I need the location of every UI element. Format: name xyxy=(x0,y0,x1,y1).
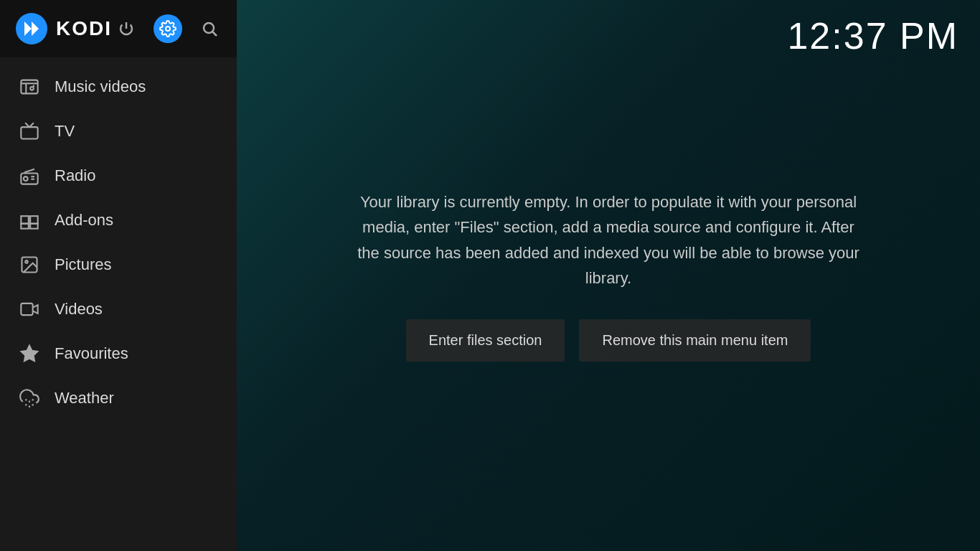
sidebar-label-add-ons: Add-ons xyxy=(55,211,113,230)
sidebar-label-pictures: Pictures xyxy=(55,255,111,274)
sidebar-label-music-videos: Music videos xyxy=(55,77,146,96)
enter-files-button[interactable]: Enter files section xyxy=(406,319,565,362)
tv-icon xyxy=(17,119,42,143)
action-buttons: Enter files section Remove this main men… xyxy=(350,319,867,362)
svg-marker-23 xyxy=(21,345,37,361)
sidebar-label-weather: Weather xyxy=(55,389,114,408)
svg-point-4 xyxy=(204,23,214,33)
svg-point-21 xyxy=(25,260,28,263)
video-icon xyxy=(17,297,42,321)
main-content: 12:37 PM Your library is currently empty… xyxy=(237,0,980,551)
content-area: Your library is currently empty. In orde… xyxy=(321,161,895,390)
sidebar-item-tv[interactable]: TV xyxy=(0,109,237,154)
search-button[interactable] xyxy=(195,14,224,43)
sidebar: KODI xyxy=(0,0,237,551)
remove-menu-item-button[interactable]: Remove this main menu item xyxy=(579,319,811,362)
nav-menu: Music videos TV xyxy=(0,57,237,551)
settings-button[interactable] xyxy=(154,14,182,43)
picture-icon xyxy=(17,253,42,277)
header-icons xyxy=(112,14,224,43)
library-empty-message: Your library is currently empty. In orde… xyxy=(350,189,867,291)
svg-rect-17 xyxy=(30,216,37,224)
sidebar-item-favourites[interactable]: Favourites xyxy=(0,331,237,376)
svg-rect-6 xyxy=(21,80,37,94)
sidebar-item-pictures[interactable]: Pictures xyxy=(0,242,237,287)
svg-point-13 xyxy=(24,176,28,181)
star-icon xyxy=(17,342,42,366)
music-video-icon xyxy=(17,75,42,99)
logo-area: KODI xyxy=(14,11,112,46)
sidebar-label-radio: Radio xyxy=(55,166,95,185)
svg-rect-16 xyxy=(21,216,28,224)
power-button[interactable] xyxy=(112,14,141,43)
sidebar-label-tv: TV xyxy=(55,122,75,141)
svg-rect-18 xyxy=(21,224,28,229)
sidebar-item-music-videos[interactable]: Music videos xyxy=(0,65,237,109)
svg-rect-19 xyxy=(30,224,37,229)
svg-line-5 xyxy=(213,32,217,37)
kodi-logo-icon xyxy=(14,11,49,46)
svg-point-9 xyxy=(30,87,34,90)
svg-point-3 xyxy=(166,27,170,31)
weather-icon xyxy=(17,386,42,410)
sidebar-label-favourites: Favourites xyxy=(55,344,128,363)
app-name: KODI xyxy=(56,17,112,40)
app-header: KODI xyxy=(0,0,237,57)
sidebar-label-videos: Videos xyxy=(55,300,103,319)
sidebar-item-videos[interactable]: Videos xyxy=(0,287,237,331)
addon-icon xyxy=(17,208,42,232)
svg-rect-22 xyxy=(21,303,32,315)
sidebar-item-weather[interactable]: Weather xyxy=(0,376,237,420)
sidebar-item-add-ons[interactable]: Add-ons xyxy=(0,198,237,242)
sidebar-item-radio[interactable]: Radio xyxy=(0,154,237,198)
radio-icon xyxy=(17,164,42,188)
clock-display: 12:37 PM xyxy=(787,14,958,57)
svg-rect-11 xyxy=(21,127,37,138)
